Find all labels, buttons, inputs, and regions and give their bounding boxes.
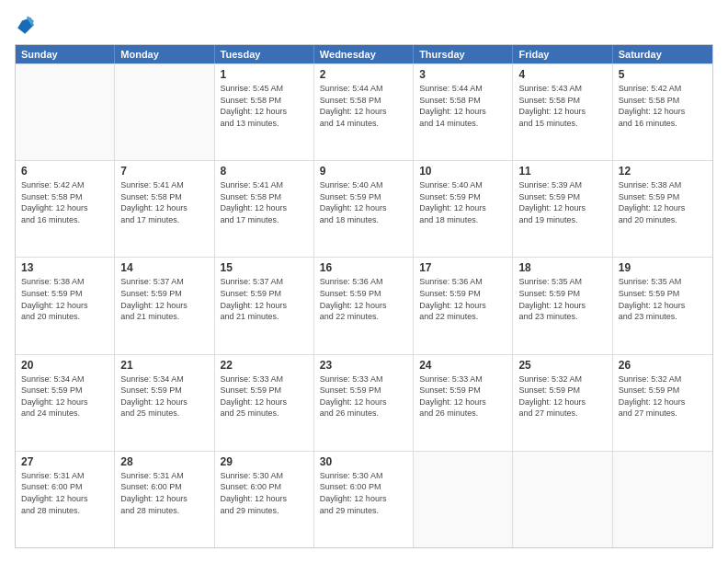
weekday-header: Friday	[513, 45, 612, 63]
calendar-cell: 11Sunrise: 5:39 AM Sunset: 5:59 PM Dayli…	[513, 161, 612, 257]
day-number: 13	[21, 261, 108, 274]
calendar-cell: 10Sunrise: 5:40 AM Sunset: 5:59 PM Dayli…	[414, 161, 513, 257]
day-info: Sunrise: 5:43 AM Sunset: 5:58 PM Dayligh…	[518, 83, 606, 129]
day-number: 30	[320, 455, 407, 468]
day-number: 28	[120, 455, 208, 468]
calendar-cell: 26Sunrise: 5:32 AM Sunset: 5:59 PM Dayli…	[613, 355, 712, 451]
day-number: 26	[619, 359, 707, 372]
calendar-body: 1Sunrise: 5:45 AM Sunset: 5:58 PM Daylig…	[16, 63, 712, 547]
calendar-cell: 27Sunrise: 5:31 AM Sunset: 6:00 PM Dayli…	[16, 452, 115, 547]
weekday-header: Sunday	[16, 45, 115, 63]
day-info: Sunrise: 5:40 AM Sunset: 5:59 PM Dayligh…	[419, 179, 506, 225]
day-number: 22	[221, 359, 308, 372]
calendar-cell: 30Sunrise: 5:30 AM Sunset: 6:00 PM Dayli…	[314, 452, 414, 547]
calendar-cell: 14Sunrise: 5:37 AM Sunset: 5:59 PM Dayli…	[115, 258, 214, 353]
day-info: Sunrise: 5:38 AM Sunset: 5:59 PM Dayligh…	[21, 276, 108, 322]
day-info: Sunrise: 5:36 AM Sunset: 5:59 PM Dayligh…	[419, 276, 506, 322]
day-info: Sunrise: 5:41 AM Sunset: 5:58 PM Dayligh…	[221, 179, 308, 225]
day-info: Sunrise: 5:34 AM Sunset: 5:59 PM Dayligh…	[21, 373, 108, 419]
calendar-cell: 9Sunrise: 5:40 AM Sunset: 5:59 PM Daylig…	[314, 161, 414, 257]
calendar-cell: 13Sunrise: 5:38 AM Sunset: 5:59 PM Dayli…	[16, 258, 115, 353]
day-info: Sunrise: 5:33 AM Sunset: 5:59 PM Dayligh…	[221, 373, 308, 419]
day-number: 7	[120, 165, 208, 178]
day-info: Sunrise: 5:41 AM Sunset: 5:58 PM Dayligh…	[120, 179, 208, 225]
calendar-cell	[414, 452, 513, 547]
day-info: Sunrise: 5:34 AM Sunset: 5:59 PM Dayligh…	[120, 373, 208, 419]
weekday-header: Saturday	[613, 45, 712, 63]
page-header	[15, 15, 713, 37]
day-number: 18	[518, 261, 606, 274]
day-number: 23	[320, 359, 407, 372]
calendar-cell: 28Sunrise: 5:31 AM Sunset: 6:00 PM Dayli…	[115, 452, 214, 547]
calendar-row: 6Sunrise: 5:42 AM Sunset: 5:58 PM Daylig…	[16, 160, 712, 257]
calendar-cell: 12Sunrise: 5:38 AM Sunset: 5:59 PM Dayli…	[613, 161, 712, 257]
calendar-cell	[513, 452, 612, 547]
calendar-cell	[613, 452, 712, 547]
day-info: Sunrise: 5:36 AM Sunset: 5:59 PM Dayligh…	[320, 276, 407, 322]
calendar-cell	[16, 64, 115, 160]
day-number: 4	[518, 68, 606, 81]
day-info: Sunrise: 5:37 AM Sunset: 5:59 PM Dayligh…	[221, 276, 308, 322]
calendar: SundayMondayTuesdayWednesdayThursdayFrid…	[15, 44, 713, 548]
weekday-header: Thursday	[414, 45, 513, 63]
calendar-cell: 21Sunrise: 5:34 AM Sunset: 5:59 PM Dayli…	[115, 355, 214, 451]
calendar-cell: 15Sunrise: 5:37 AM Sunset: 5:59 PM Dayli…	[215, 258, 314, 353]
day-number: 14	[120, 261, 208, 274]
day-info: Sunrise: 5:38 AM Sunset: 5:59 PM Dayligh…	[619, 179, 707, 225]
calendar-cell: 25Sunrise: 5:32 AM Sunset: 5:59 PM Dayli…	[513, 355, 612, 451]
day-number: 16	[320, 261, 407, 274]
calendar-cell: 16Sunrise: 5:36 AM Sunset: 5:59 PM Dayli…	[314, 258, 414, 353]
day-info: Sunrise: 5:37 AM Sunset: 5:59 PM Dayligh…	[120, 276, 208, 322]
day-number: 6	[21, 165, 108, 178]
day-info: Sunrise: 5:39 AM Sunset: 5:59 PM Dayligh…	[518, 179, 606, 225]
calendar-cell: 17Sunrise: 5:36 AM Sunset: 5:59 PM Dayli…	[414, 258, 513, 353]
day-number: 24	[419, 359, 506, 372]
calendar-cell: 18Sunrise: 5:35 AM Sunset: 5:59 PM Dayli…	[513, 258, 612, 353]
day-number: 17	[419, 261, 506, 274]
calendar-row: 13Sunrise: 5:38 AM Sunset: 5:59 PM Dayli…	[16, 257, 712, 353]
calendar-header: SundayMondayTuesdayWednesdayThursdayFrid…	[16, 45, 712, 63]
day-info: Sunrise: 5:35 AM Sunset: 5:59 PM Dayligh…	[619, 276, 707, 322]
calendar-row: 27Sunrise: 5:31 AM Sunset: 6:00 PM Dayli…	[16, 451, 712, 547]
calendar-cell: 6Sunrise: 5:42 AM Sunset: 5:58 PM Daylig…	[16, 161, 115, 257]
day-info: Sunrise: 5:42 AM Sunset: 5:58 PM Dayligh…	[619, 83, 707, 129]
calendar-cell: 29Sunrise: 5:30 AM Sunset: 6:00 PM Dayli…	[215, 452, 314, 547]
day-number: 27	[21, 455, 108, 468]
day-info: Sunrise: 5:30 AM Sunset: 6:00 PM Dayligh…	[221, 470, 308, 516]
calendar-cell: 7Sunrise: 5:41 AM Sunset: 5:58 PM Daylig…	[115, 161, 214, 257]
day-info: Sunrise: 5:44 AM Sunset: 5:58 PM Dayligh…	[320, 83, 407, 129]
weekday-header: Monday	[115, 45, 214, 63]
calendar-cell: 4Sunrise: 5:43 AM Sunset: 5:58 PM Daylig…	[513, 64, 612, 160]
day-number: 3	[419, 68, 506, 81]
calendar-cell	[115, 64, 214, 160]
calendar-cell: 19Sunrise: 5:35 AM Sunset: 5:59 PM Dayli…	[613, 258, 712, 353]
day-info: Sunrise: 5:33 AM Sunset: 5:59 PM Dayligh…	[320, 373, 407, 419]
day-number: 20	[21, 359, 108, 372]
day-info: Sunrise: 5:44 AM Sunset: 5:58 PM Dayligh…	[419, 83, 506, 129]
day-info: Sunrise: 5:33 AM Sunset: 5:59 PM Dayligh…	[419, 373, 506, 419]
calendar-cell: 3Sunrise: 5:44 AM Sunset: 5:58 PM Daylig…	[414, 64, 513, 160]
day-number: 8	[221, 165, 308, 178]
day-info: Sunrise: 5:31 AM Sunset: 6:00 PM Dayligh…	[120, 470, 208, 516]
calendar-cell: 2Sunrise: 5:44 AM Sunset: 5:58 PM Daylig…	[314, 64, 414, 160]
calendar-cell: 23Sunrise: 5:33 AM Sunset: 5:59 PM Dayli…	[314, 355, 414, 451]
calendar-cell: 5Sunrise: 5:42 AM Sunset: 5:58 PM Daylig…	[613, 64, 712, 160]
day-info: Sunrise: 5:31 AM Sunset: 6:00 PM Dayligh…	[21, 470, 108, 516]
calendar-cell: 24Sunrise: 5:33 AM Sunset: 5:59 PM Dayli…	[414, 355, 513, 451]
day-info: Sunrise: 5:42 AM Sunset: 5:58 PM Dayligh…	[21, 179, 108, 225]
day-number: 25	[518, 359, 606, 372]
day-number: 11	[518, 165, 606, 178]
calendar-row: 20Sunrise: 5:34 AM Sunset: 5:59 PM Dayli…	[16, 354, 712, 451]
day-number: 15	[221, 261, 308, 274]
logo	[15, 15, 40, 37]
day-number: 2	[320, 68, 407, 81]
calendar-cell: 20Sunrise: 5:34 AM Sunset: 5:59 PM Dayli…	[16, 355, 115, 451]
calendar-cell: 1Sunrise: 5:45 AM Sunset: 5:58 PM Daylig…	[215, 64, 314, 160]
day-info: Sunrise: 5:32 AM Sunset: 5:59 PM Dayligh…	[518, 373, 606, 419]
day-number: 9	[320, 165, 407, 178]
day-info: Sunrise: 5:32 AM Sunset: 5:59 PM Dayligh…	[619, 373, 707, 419]
day-info: Sunrise: 5:40 AM Sunset: 5:59 PM Dayligh…	[320, 179, 407, 225]
day-info: Sunrise: 5:35 AM Sunset: 5:59 PM Dayligh…	[518, 276, 606, 322]
day-info: Sunrise: 5:45 AM Sunset: 5:58 PM Dayligh…	[221, 83, 308, 129]
calendar-cell: 8Sunrise: 5:41 AM Sunset: 5:58 PM Daylig…	[215, 161, 314, 257]
